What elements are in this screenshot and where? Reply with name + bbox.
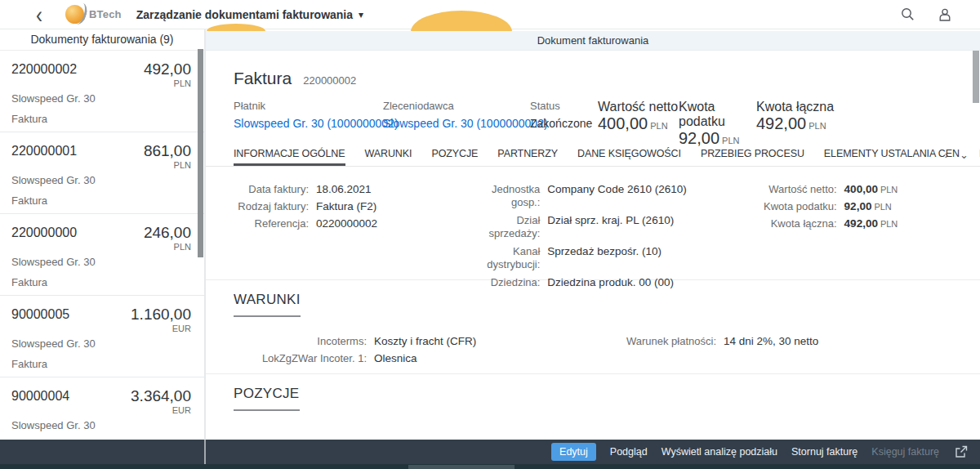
- orderer-link[interactable]: Slowspeed Gr. 30 (1000000002): [383, 117, 530, 130]
- field-value: 92,00: [844, 200, 872, 212]
- field-label: Referencja:: [234, 217, 309, 230]
- field-value: Olesnica: [374, 352, 617, 365]
- total-amount-currency: PLN: [808, 121, 826, 131]
- field-value: Dziedzina produk. 00 (00): [547, 276, 751, 289]
- net-value-currency: PLN: [650, 121, 667, 131]
- field-currency: PLN: [874, 202, 891, 212]
- document-currency: EUR: [131, 324, 191, 334]
- tab-warunki[interactable]: WARUNKI: [365, 148, 412, 166]
- back-icon[interactable]: ‹: [36, 4, 42, 25]
- header-collapse-chevron-down-icon[interactable]: ⌄: [960, 149, 969, 161]
- field-currency: PLN: [880, 219, 898, 229]
- document-customer: Slowspeed Gr. 30: [11, 418, 191, 432]
- orderer-label: Zleceniodawca: [383, 100, 530, 112]
- show-split-analysis-button[interactable]: Wyświetl analizę podziału: [662, 446, 777, 458]
- btech-logo-text: BTech: [89, 8, 122, 20]
- total-amount-label: Kwota łączna: [756, 100, 834, 114]
- list-scrollbar-thumb[interactable]: [198, 49, 203, 257]
- field-label: Data faktury:: [234, 183, 309, 196]
- document-amount: 492,00: [144, 60, 191, 78]
- list-header: Dokumenty fakturowania (9): [0, 29, 204, 51]
- tab-partnerzy[interactable]: PARTNERZY: [497, 148, 558, 166]
- document-number: 90000004: [11, 387, 69, 405]
- document-type: Faktura: [11, 194, 191, 208]
- profile-icon[interactable]: [938, 7, 952, 22]
- list-item[interactable]: 220000002 492,00PLN Slowspeed Gr. 30 Fak…: [0, 51, 204, 132]
- field-label: Kanał dystrybucji:: [478, 245, 540, 271]
- object-id: 220000002: [303, 74, 356, 87]
- field-value: 400,00: [844, 183, 878, 195]
- document-type: Faktura: [11, 357, 191, 371]
- list-item[interactable]: 90000004 3.364,00EUR Slowspeed Gr. 30 Fa…: [0, 377, 204, 440]
- document-amount: 1.160,00: [131, 306, 191, 324]
- tab-dane-ksiegowosci[interactable]: DANE KSIĘGOWOŚCI: [577, 148, 681, 166]
- status-label: Status: [530, 100, 598, 112]
- list-item[interactable]: 90000005 1.160,00EUR Slowspeed Gr. 30 Fa…: [0, 296, 204, 377]
- field-value: Dział sprz. kraj. PL (2610): [547, 214, 751, 240]
- document-customer: Slowspeed Gr. 30: [11, 337, 191, 351]
- net-value: 400,00: [598, 114, 648, 132]
- field-label: Dziedzina:: [478, 276, 540, 289]
- document-amount: 861,00: [144, 142, 191, 160]
- section-general-info: Data faktury: 18.06.2021 Rodzaj faktury:…: [206, 167, 980, 279]
- list-item[interactable]: 220000001 861,00PLN Slowspeed Gr. 30 Fak…: [0, 132, 204, 214]
- bottom-scrollbar: [0, 464, 980, 469]
- document-list-panel: Dokumenty fakturowania (9) 220000002 492…: [0, 29, 204, 440]
- section-warunki: WARUNKI Incoterms: Koszty i fracht (CFR)…: [206, 280, 980, 373]
- tab-pozycje[interactable]: POZYCJE: [431, 148, 478, 166]
- tax-amount-label: Kwota podatku: [679, 100, 756, 129]
- bottom-scrollbar-thumb[interactable]: [408, 465, 514, 469]
- document-number: 220000000: [11, 224, 77, 242]
- section-heading-warunki: WARUNKI: [234, 292, 301, 317]
- document-amount: 246,00: [144, 224, 191, 242]
- total-amount: 492,00: [756, 114, 806, 132]
- document-amount: 3.364,00: [131, 387, 191, 405]
- document-number: 90000005: [11, 306, 69, 324]
- field-value: 492,00: [844, 217, 878, 230]
- object-title: Faktura: [234, 69, 292, 88]
- payer-link[interactable]: Slowspeed Gr. 30 (1000000002): [234, 117, 383, 130]
- document-currency: PLN: [144, 78, 191, 89]
- field-currency: PLN: [880, 185, 898, 194]
- field-value: Koszty i fracht (CFR): [374, 335, 617, 348]
- preview-button[interactable]: Podgląd: [610, 446, 648, 458]
- document-customer: Slowspeed Gr. 30: [11, 173, 191, 187]
- field-value: Sprzedaż bezpośr. (10): [547, 245, 751, 271]
- field-label: Incoterms:: [234, 335, 367, 348]
- tab-elementy-ustalania-cen[interactable]: ELEMENTY USTALANIA CEN: [824, 148, 960, 166]
- document-customer: Slowspeed Gr. 30: [11, 255, 191, 269]
- panel-divider-footer: [204, 440, 206, 464]
- document-type: Faktura: [11, 275, 191, 289]
- search-icon[interactable]: [901, 7, 915, 21]
- document-number: 220000001: [11, 142, 77, 160]
- field-label: LokZgZWar Incoter. 1:: [234, 352, 367, 365]
- document-number: 220000002: [11, 60, 77, 78]
- section-pozycje: POZYCJE: [206, 374, 980, 411]
- share-icon[interactable]: [955, 445, 968, 458]
- status-value: Zakończone: [530, 117, 598, 130]
- document-currency: PLN: [144, 242, 191, 252]
- tab-strip: INFORMACJE OGÓLNE WARUNKI POZYCJE PARTNE…: [206, 142, 980, 167]
- field-label: Kwota łączna:: [752, 217, 837, 230]
- list-item[interactable]: 220000000 246,00PLN Slowspeed Gr. 30 Fak…: [0, 214, 204, 296]
- field-value: 18.06.2021: [316, 183, 478, 196]
- field-label: Wartość netto:: [752, 183, 837, 196]
- detail-scrollbar-thumb[interactable]: [973, 51, 979, 103]
- field-label: Warunek płatności:: [617, 335, 716, 348]
- tab-informacje-ogolne[interactable]: INFORMACJE OGÓLNE: [234, 148, 345, 166]
- detail-panel-title: Dokument fakturowania: [206, 31, 980, 51]
- detail-panel: Dokument fakturowania Faktura 220000002 …: [206, 31, 980, 440]
- cancel-invoice-button[interactable]: Stornuj fakturę: [791, 446, 858, 458]
- field-label: Kwota podatku:: [752, 200, 837, 213]
- field-value: 0220000002: [316, 217, 478, 230]
- payer-label: Płatnik: [234, 100, 383, 112]
- post-invoice-button[interactable]: Księguj fakturę: [871, 446, 939, 458]
- document-type: Faktura: [11, 112, 191, 126]
- title-caret-icon[interactable]: ▾: [359, 9, 363, 20]
- tabs-overflow-chevron-right-icon[interactable]: ›: [945, 149, 948, 161]
- net-value-label: Wartość netto: [598, 100, 679, 114]
- section-heading-pozycje: POZYCJE: [234, 386, 300, 411]
- edit-button[interactable]: Edytuj: [551, 443, 596, 461]
- shell-bar: ‹ BTech Zarządzanie dokumentami fakturow…: [0, 0, 980, 29]
- tab-przebieg-procesu[interactable]: PRZEBIEG PROCESU: [701, 148, 804, 166]
